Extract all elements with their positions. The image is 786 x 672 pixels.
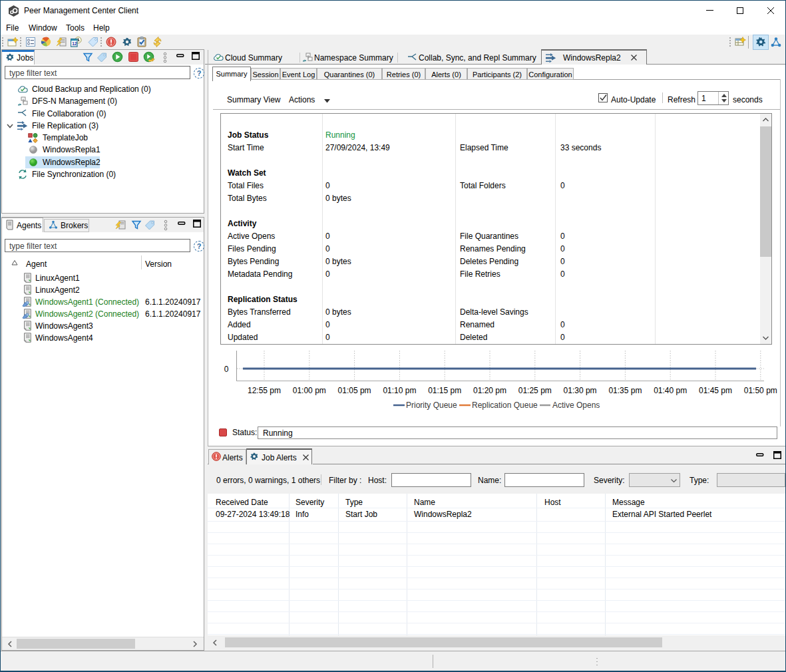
svg-text:Priority Queue: Priority Queue — [406, 401, 457, 410]
svg-text:01:50 pm: 01:50 pm — [744, 386, 777, 395]
svg-text:01:25 pm: 01:25 pm — [518, 386, 552, 395]
svg-text:Replication Queue: Replication Queue — [472, 401, 538, 410]
svg-text:01:35 pm: 01:35 pm — [608, 386, 642, 395]
svg-text:0: 0 — [224, 365, 229, 374]
svg-text:01:10 pm: 01:10 pm — [383, 386, 416, 395]
svg-text:01:20 pm: 01:20 pm — [473, 386, 506, 395]
svg-text:01:30 pm: 01:30 pm — [564, 386, 597, 395]
svg-text:01:40 pm: 01:40 pm — [654, 386, 687, 395]
svg-text:12: 12 — [72, 41, 77, 46]
svg-text:01:45 pm: 01:45 pm — [699, 386, 732, 395]
svg-text:Active Opens: Active Opens — [552, 401, 600, 410]
svg-text:01:05 pm: 01:05 pm — [338, 386, 371, 395]
svg-text:12:55 pm: 12:55 pm — [248, 386, 281, 395]
svg-text:01:00 pm: 01:00 pm — [293, 386, 326, 395]
svg-text:01:15 pm: 01:15 pm — [428, 386, 461, 395]
